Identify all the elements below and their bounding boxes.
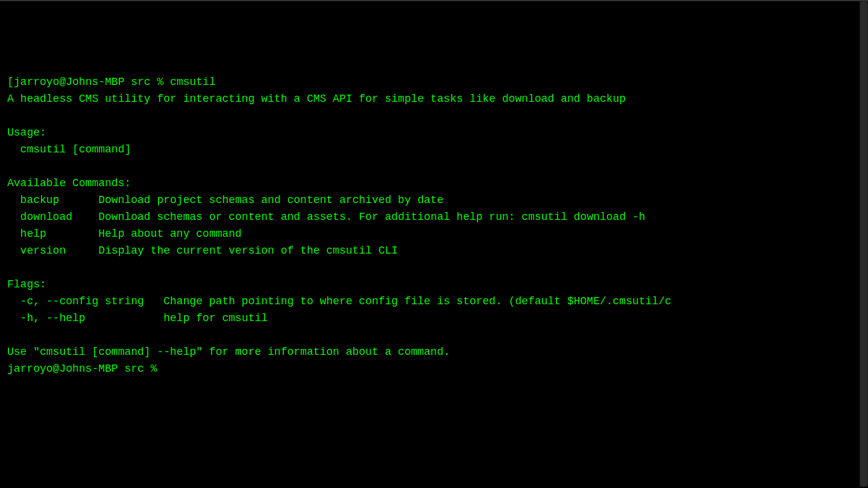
command-desc: Help about any command (98, 228, 242, 240)
flag-name: -c, --config string (20, 295, 144, 307)
command-name: backup (20, 194, 60, 206)
prompt-user-host: jarroyo@Johns-MBP (7, 363, 118, 375)
scrollbar-track[interactable] (860, 1, 868, 487)
cli-description: A headless CMS utility for interacting w… (7, 93, 626, 105)
footer-help: Use "cmsutil [command] --help" for more … (7, 346, 450, 358)
flag-desc: Change path pointing to where config fil… (163, 295, 671, 307)
prompt-path: src (131, 76, 150, 88)
scrollbar-thumb[interactable] (860, 1, 867, 487)
command-desc: Download project schemas and content arc… (98, 194, 444, 206)
command-desc: Display the current version of the cmsut… (98, 245, 398, 257)
flags-header: Flags: (7, 278, 46, 290)
command-desc: Download schemas or content and assets. … (98, 211, 645, 223)
usage-line: cmsutil [command] (7, 143, 131, 155)
command-name: download (20, 211, 72, 223)
flag-desc: help for cmsutil (163, 312, 268, 324)
command-name: help (20, 228, 46, 240)
commands-header: Available Commands: (7, 177, 131, 189)
command-name: version (20, 245, 66, 257)
usage-header: Usage: (7, 127, 46, 139)
prompt-bracket: [ (7, 76, 14, 88)
prompt-path: src (124, 363, 143, 375)
command-input: cmsutil (170, 76, 216, 88)
terminal-output[interactable]: [jarroyo@Johns-MBP src % cmsutil A headl… (7, 74, 861, 488)
flag-name: -h, --help (20, 312, 86, 324)
prompt-symbol: % (151, 363, 157, 375)
prompt-user-host: jarroyo@Johns-MBP (14, 76, 125, 88)
prompt-symbol: % (157, 76, 163, 88)
